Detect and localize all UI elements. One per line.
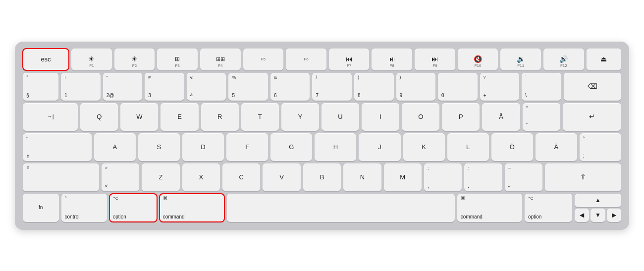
key-i[interactable]: I <box>362 103 399 131</box>
key-shift-right[interactable]: ⇧ <box>545 163 621 191</box>
key-fn[interactable]: fn <box>23 194 59 222</box>
key-ao[interactable]: Å <box>482 103 520 131</box>
key-w[interactable]: W <box>120 103 158 131</box>
key-2[interactable]: " 2@ <box>103 73 143 101</box>
key-arrow-down[interactable]: ▼ <box>590 209 605 222</box>
key-f3[interactable]: ⊞ F3 <box>157 49 198 70</box>
key-f10[interactable]: 🔇 F10 <box>458 49 498 70</box>
key-z[interactable]: Z <box>142 163 179 191</box>
key-ae[interactable]: Ä <box>536 133 577 161</box>
key-return[interactable]: ↵ <box>563 103 621 131</box>
key-equals[interactable]: ` \ <box>522 73 561 101</box>
key-y[interactable]: Y <box>281 103 319 131</box>
key-dash[interactable]: – - <box>505 163 542 191</box>
key-f2[interactable]: ☀ F2 <box>114 49 155 70</box>
key-delete[interactable]: ⌫ <box>564 73 621 101</box>
key-u[interactable]: U <box>322 103 359 131</box>
key-arrow-left[interactable]: ◀ <box>575 209 589 222</box>
key-capslock[interactable]: • ⇪ <box>23 133 92 161</box>
key-diaeresis[interactable]: ^ ¨ <box>523 103 560 131</box>
key-f11[interactable]: 🔉 F11 <box>500 49 541 70</box>
key-command-right[interactable]: ⌘ command <box>457 194 522 222</box>
key-space[interactable] <box>227 194 455 222</box>
key-a[interactable]: A <box>94 133 136 161</box>
key-f5[interactable]: F5 <box>243 49 284 70</box>
key-t[interactable]: T <box>241 103 279 131</box>
key-eject[interactable]: ⏏ <box>587 49 621 70</box>
key-f7[interactable]: ⏮ F7 <box>329 49 370 70</box>
key-5[interactable]: % 5 <box>228 73 268 101</box>
key-q[interactable]: Q <box>80 103 118 131</box>
key-9[interactable]: ) 9 <box>396 73 436 101</box>
q-row: →| Q W E R T Y U I O P Å ^ ¨ ↵ <box>23 103 621 131</box>
key-arrow-up[interactable]: ▲ <box>575 194 621 207</box>
key-minus[interactable]: ? + <box>480 73 520 101</box>
key-option-right[interactable]: ⌥ option <box>525 194 572 222</box>
key-e[interactable]: E <box>161 103 198 131</box>
key-1[interactable]: ! 1 <box>61 73 101 101</box>
key-f9[interactable]: ⏭ F9 <box>415 49 455 70</box>
key-d[interactable]: D <box>182 133 224 161</box>
key-0[interactable]: = 0 <box>438 73 478 101</box>
bottom-row: fn ^ control ⌥ option ⌘ command ⌘ comman… <box>23 194 621 222</box>
key-shift-left[interactable]: ⇧ <box>23 163 99 191</box>
z-row: ⇧ > < Z X C V B N M ; , : . – - ⇧ <box>23 163 621 191</box>
key-f6[interactable]: F6 <box>286 49 326 70</box>
key-c[interactable]: C <box>222 163 260 191</box>
key-4[interactable]: € 4 <box>187 73 226 101</box>
key-p[interactable]: P <box>442 103 480 131</box>
key-o[interactable]: O <box>402 103 439 131</box>
key-v[interactable]: V <box>263 163 300 191</box>
key-oe[interactable]: Ö <box>491 133 533 161</box>
key-l[interactable]: L <box>447 133 489 161</box>
key-option-left[interactable]: ⌥ option <box>109 194 157 222</box>
key-esc[interactable]: esc <box>23 49 69 70</box>
key-g[interactable]: G <box>270 133 312 161</box>
function-row: esc ☀ F1 ☀ F2 ⊞ F3 ⊞⊞ F4 F5 F6 ⏮ F7 ⏯ <box>23 49 621 70</box>
key-tab[interactable]: →| <box>23 103 78 131</box>
key-7[interactable]: / 7 <box>312 73 352 101</box>
key-section[interactable]: ° § <box>23 73 58 101</box>
key-f4[interactable]: ⊞⊞ F4 <box>200 49 241 70</box>
key-m[interactable]: M <box>384 163 422 191</box>
key-arrow-right[interactable]: ▶ <box>607 209 621 222</box>
key-8[interactable]: ( 8 <box>354 73 394 101</box>
key-s[interactable]: S <box>138 133 180 161</box>
key-j[interactable]: J <box>359 133 400 161</box>
key-x[interactable]: X <box>182 163 220 191</box>
key-h[interactable]: H <box>315 133 356 161</box>
key-k[interactable]: K <box>403 133 445 161</box>
key-f12[interactable]: 🔊 F12 <box>543 49 584 70</box>
key-b[interactable]: B <box>303 163 341 191</box>
key-period[interactable]: : . <box>464 163 502 191</box>
key-n[interactable]: N <box>343 163 381 191</box>
key-command-left[interactable]: ⌘ command <box>160 194 224 222</box>
key-comma[interactable]: ; , <box>424 163 462 191</box>
key-angle[interactable]: > < <box>102 163 139 191</box>
key-r[interactable]: R <box>201 103 239 131</box>
key-star[interactable]: * ; <box>580 133 621 161</box>
key-f8[interactable]: ⏯ F8 <box>372 49 412 70</box>
arrow-key-group: ▲ ◀ ▼ ▶ <box>575 194 621 222</box>
a-row: • ⇪ A S D F G H J K L Ö Ä * ; <box>23 133 621 161</box>
key-6[interactable]: & 6 <box>270 73 310 101</box>
key-f1[interactable]: ☀ F1 <box>71 49 112 70</box>
key-3[interactable]: # 3 <box>145 73 184 101</box>
key-f[interactable]: F <box>226 133 268 161</box>
number-row: ° § ! 1 " 2@ # 3 € 4 % 5 & 6 / 7 <box>23 73 621 101</box>
keyboard: esc ☀ F1 ☀ F2 ⊞ F3 ⊞⊞ F4 F5 F6 ⏮ F7 ⏯ <box>15 42 629 230</box>
key-control[interactable]: ^ control <box>61 194 107 222</box>
